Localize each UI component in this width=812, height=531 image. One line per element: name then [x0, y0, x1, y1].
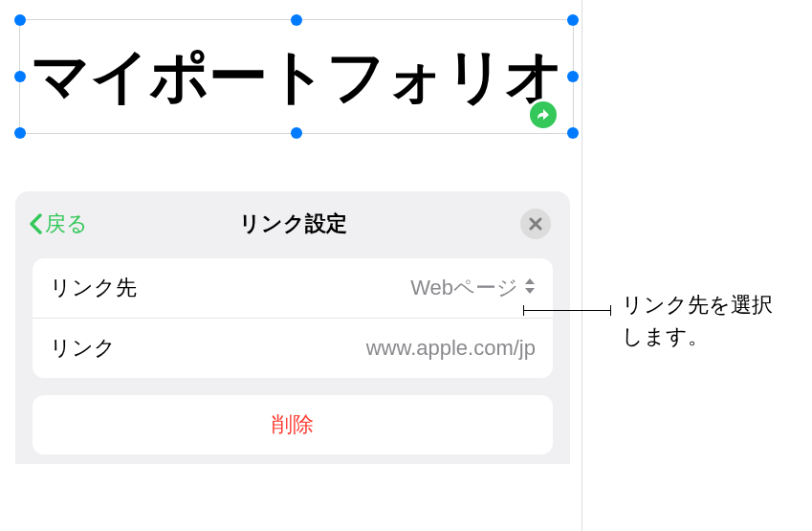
- popover-header: 戻る リンク設定: [15, 191, 570, 253]
- close-button[interactable]: [520, 209, 551, 239]
- link-url-label: リンク: [50, 334, 116, 363]
- resize-handle-top-right[interactable]: [567, 14, 579, 26]
- resize-handle-middle-left[interactable]: [14, 71, 26, 82]
- resize-handle-bottom-center[interactable]: [291, 127, 302, 139]
- resize-handle-middle-right[interactable]: [567, 71, 579, 82]
- callout-tick: [610, 305, 611, 316]
- back-label: 戻る: [45, 210, 88, 238]
- delete-group: 削除: [33, 395, 553, 454]
- link-to-value: Webページ: [410, 274, 518, 302]
- callout-text: リンク先を選択 します。: [622, 289, 773, 352]
- delete-button[interactable]: 削除: [33, 395, 553, 454]
- resize-handle-top-left[interactable]: [14, 14, 26, 26]
- up-down-chevron-icon: [524, 276, 536, 300]
- resize-handle-bottom-left[interactable]: [14, 127, 26, 139]
- text-box-content: マイポートフォリオ: [31, 36, 563, 117]
- selected-text-box[interactable]: マイポートフォリオ: [19, 19, 574, 134]
- resize-handle-bottom-right[interactable]: [567, 127, 579, 139]
- callout-line2: します。: [622, 324, 709, 348]
- callout-line1: リンク先を選択: [622, 293, 773, 317]
- popover-title: リンク設定: [239, 210, 347, 238]
- link-to-label: リンク先: [50, 274, 137, 302]
- close-icon: [529, 217, 542, 231]
- link-settings-popover: 戻る リンク設定 リンク先 Webページ リンク www.apple.com/j…: [15, 191, 570, 464]
- link-form: リンク先 Webページ リンク www.apple.com/jp: [33, 258, 553, 378]
- link-to-row[interactable]: リンク先 Webページ: [33, 258, 553, 318]
- back-button[interactable]: 戻る: [29, 210, 88, 238]
- panel-divider: [582, 0, 582, 531]
- link-url-row[interactable]: リンク www.apple.com/jp: [33, 318, 553, 378]
- link-indicator-icon: [527, 99, 560, 131]
- callout-connector-line: [523, 310, 611, 311]
- resize-handle-top-center[interactable]: [291, 14, 302, 26]
- link-url-value: www.apple.com/jp: [366, 336, 536, 361]
- chevron-left-icon: [29, 212, 44, 235]
